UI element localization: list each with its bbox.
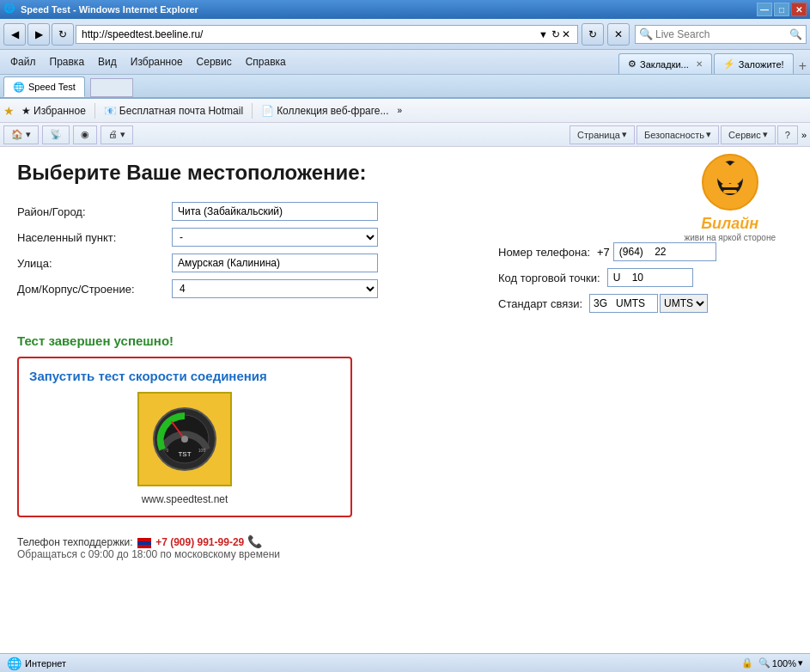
toolbar-right: Страница ▾ Безопасность ▾ Сервис ▾ ? » <box>569 125 807 144</box>
menu-edit[interactable]: Правка <box>43 53 92 70</box>
right-section: Номер телефона: +7 Код торговой точки: С… <box>498 242 716 320</box>
speedtest-image-container[interactable]: TST 0 100 <box>137 392 232 486</box>
address-input[interactable] <box>82 28 535 40</box>
bookmarks-collection[interactable]: 📄 Коллекция веб-фраге... <box>258 103 392 119</box>
zoom-control[interactable]: 🔍 100% ▾ <box>758 657 803 669</box>
page-dropdown-icon: ▾ <box>622 129 627 140</box>
help-button[interactable]: ? <box>777 125 798 144</box>
bookmarks-more-btn[interactable]: » <box>398 106 403 115</box>
refresh-nav-btn[interactable]: ↻ <box>582 23 604 46</box>
form-section: Район/Город: Населенный пункт: - Улица: … <box>17 202 447 305</box>
home-button[interactable]: 🏠 ▾ <box>3 125 39 144</box>
favorites-icon: ★ <box>21 105 31 117</box>
menu-favorites[interactable]: Избранное <box>124 53 190 70</box>
service-label: Сервис <box>728 130 761 140</box>
stop-nav-btn[interactable]: ✕ <box>607 23 630 46</box>
phone-label: Номер телефона: <box>498 246 590 259</box>
tab-bookmarks[interactable]: ⚙ Закладки... ✕ <box>618 53 712 74</box>
print-button[interactable]: 🖨 ▾ <box>100 125 133 144</box>
tab-close-icon[interactable]: ✕ <box>696 59 703 69</box>
status-right: 🔒 🔍 100% ▾ <box>741 657 803 669</box>
toolbar-left: 🏠 ▾ 📡 ◉ 🖨 ▾ <box>3 125 569 144</box>
speedtest-title[interactable]: Запустить тест скорости соединения <box>29 369 340 383</box>
svg-rect-5 <box>722 184 739 187</box>
live-search-icon: 🔍 <box>639 27 653 40</box>
history-button[interactable]: ◉ <box>73 125 97 144</box>
tab-speedtest[interactable]: 🌐 Speed Test <box>3 76 85 97</box>
district-input[interactable] <box>172 202 378 221</box>
tab-bookmarks-label: Закладки... <box>640 59 689 70</box>
tab-save[interactable]: ⚡ Заложите! <box>714 53 794 74</box>
search-input[interactable] <box>655 28 789 40</box>
speedtest-url: www.speedtest.net <box>29 493 340 505</box>
street-row: Улица: <box>17 254 447 272</box>
district-label: Район/Город: <box>17 205 172 218</box>
feeds-button[interactable]: 📡 <box>42 125 70 144</box>
status-left: 🌐 Интернет <box>7 657 66 670</box>
refresh-button[interactable]: ↻ <box>52 23 74 46</box>
beeline-brand-name: Билайн <box>685 215 776 233</box>
tab-placeholder <box>90 78 133 97</box>
window-controls: — □ ✕ <box>757 3 807 16</box>
save-icon: ⚡ <box>723 58 735 70</box>
new-tab-button[interactable]: + <box>799 58 807 74</box>
forward-button[interactable]: ▶ <box>27 23 50 46</box>
statusbar: 🌐 Интернет 🔒 🔍 100% ▾ <box>0 653 810 672</box>
speedometer-svg: TST 0 100 <box>150 405 219 473</box>
house-row: Дом/Корпус/Строение: 4 <box>17 279 447 298</box>
support-phone-number: +7 (909) 991-99-29 <box>155 536 244 548</box>
ie-icon: 🌐 <box>3 3 17 16</box>
beeline-logo-area: Билайн живи на яркой стороне <box>685 152 776 242</box>
menu-view[interactable]: Вид <box>91 53 124 70</box>
back-button[interactable]: ◀ <box>3 23 26 46</box>
page-button[interactable]: Страница ▾ <box>569 125 635 144</box>
tab-speedtest-label: Speed Test <box>28 82 76 92</box>
minimize-button[interactable]: — <box>757 3 772 16</box>
trade-input[interactable] <box>607 268 693 287</box>
locality-select[interactable]: - <box>172 228 378 247</box>
extra-tabs: ⚙ Закладки... ✕ ⚡ Заложите! + <box>615 50 810 74</box>
house-label: Дом/Корпус/Строение: <box>17 283 172 296</box>
locality-label: Населенный пункт: <box>17 231 172 244</box>
stop-icon: ✕ <box>562 28 570 40</box>
phone-prefix: +7 <box>597 246 610 259</box>
maximize-button[interactable]: □ <box>774 3 789 16</box>
security-dropdown-icon: ▾ <box>706 129 711 140</box>
page-label: Страница <box>577 130 620 140</box>
security-label: Безопасность <box>644 130 704 140</box>
internet-icon: 🌐 <box>7 657 21 670</box>
bookmark-separator2 <box>252 103 253 119</box>
standard-label: Стандарт связи: <box>498 297 582 310</box>
bookmarks-hotmail[interactable]: 📧 Бесплатная почта Hotmail <box>100 103 247 119</box>
security-button[interactable]: Безопасность ▾ <box>636 125 719 144</box>
trade-label: Код торговой точки: <box>498 272 600 284</box>
menu-file[interactable]: Файл <box>3 53 43 70</box>
svg-text:100: 100 <box>198 448 206 453</box>
page-heading: Выберите Ваше местоположение: <box>17 161 793 185</box>
standard-text-input[interactable] <box>589 294 658 313</box>
address-bar[interactable]: ▼ ↻ ✕ <box>76 25 578 44</box>
content-area: Билайн живи на яркой стороне Выберите Ва… <box>0 147 810 656</box>
beeline-logo-svg <box>700 152 760 212</box>
menu-help[interactable]: Справка <box>239 53 293 70</box>
support-phone-row: Телефон техподдержки: +7 (909) 991-99-29… <box>17 535 793 548</box>
search-box[interactable]: 🔍 🔍 <box>635 25 807 44</box>
service-button[interactable]: Сервис ▾ <box>721 125 776 144</box>
svg-rect-6 <box>723 190 737 193</box>
active-tab-bar: 🌐 Speed Test <box>0 75 810 99</box>
standard-select[interactable]: UMTS GSM <box>660 294 708 313</box>
street-input[interactable] <box>172 254 378 272</box>
district-row: Район/Город: <box>17 202 447 221</box>
phone-input[interactable] <box>613 242 716 261</box>
refresh-icon: ↻ <box>551 28 560 40</box>
toolbar-more-btn[interactable]: » <box>801 130 807 140</box>
house-select[interactable]: 4 <box>172 279 378 298</box>
browser-toolbar: 🏠 ▾ 📡 ◉ 🖨 ▾ Страница ▾ Безопасность ▾ Се… <box>0 123 810 147</box>
search-go-icon[interactable]: 🔍 <box>789 28 802 40</box>
phone-row: Номер телефона: +7 <box>498 242 716 261</box>
titlebar: 🌐 Speed Test - Windows Internet Explorer… <box>0 0 810 19</box>
menu-service[interactable]: Сервис <box>190 53 239 70</box>
bookmarks-favorites[interactable]: ★ Избранное <box>18 103 89 119</box>
speedtest-widget: Запустить тест скорости соединения TST 0… <box>17 357 352 517</box>
close-button[interactable]: ✕ <box>791 3 807 16</box>
